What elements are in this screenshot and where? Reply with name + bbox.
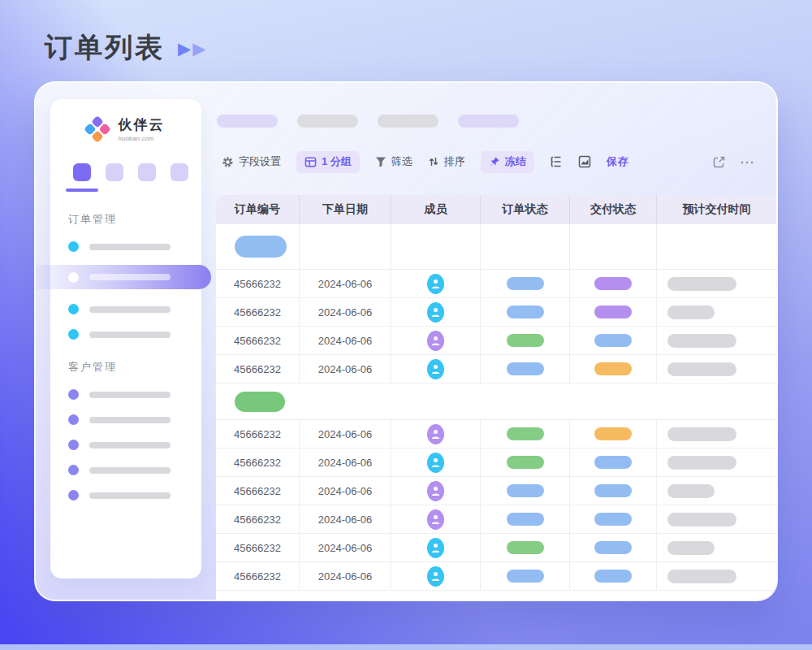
eta-cell bbox=[657, 420, 776, 448]
eta-cell bbox=[657, 448, 776, 476]
order-status-pill bbox=[507, 541, 544, 554]
toolbar-chart-button[interactable] bbox=[578, 155, 591, 168]
order-date-cell: 2024-06-06 bbox=[300, 355, 391, 383]
sidebar-item[interactable] bbox=[68, 414, 201, 425]
share-icon[interactable] bbox=[712, 155, 726, 169]
group-label-pill[interactable] bbox=[235, 236, 287, 258]
more-icon[interactable] bbox=[739, 155, 755, 169]
table-row[interactable]: 456662322024-06-06 bbox=[216, 562, 776, 591]
table-row[interactable]: 456662322024-06-06 bbox=[216, 327, 776, 355]
toolbar-save-label: 保存 bbox=[607, 154, 629, 169]
delivery-status-cell bbox=[570, 298, 657, 326]
order-status-pill bbox=[507, 484, 544, 497]
group-header-cell bbox=[570, 224, 657, 269]
eta-placeholder-pill bbox=[667, 306, 715, 319]
delivery-status-pill bbox=[594, 456, 632, 469]
toolbar-sort-button[interactable]: 排序 bbox=[428, 154, 465, 169]
view-tab-placeholder[interactable] bbox=[217, 115, 278, 128]
order-status-pill bbox=[507, 306, 544, 318]
table-row[interactable]: 456662322024-06-06 bbox=[216, 270, 776, 298]
column-header[interactable]: 下单日期 bbox=[300, 195, 391, 224]
view-tab-placeholder[interactable] bbox=[378, 115, 438, 128]
order-status-cell bbox=[481, 298, 570, 326]
column-header[interactable]: 订单状态 bbox=[481, 195, 570, 224]
view-tab-placeholder[interactable] bbox=[458, 115, 519, 128]
eta-cell bbox=[657, 534, 776, 561]
table-row[interactable]: 456662322024-06-06 bbox=[216, 448, 776, 477]
delivery-status-pill bbox=[594, 362, 632, 375]
order-status-pill bbox=[507, 277, 544, 290]
order-status-cell bbox=[481, 327, 570, 354]
order-number-cell: 45666232 bbox=[216, 298, 300, 326]
toolbar-group-button[interactable]: 1 分组 bbox=[296, 151, 360, 173]
eta-placeholder-pill bbox=[667, 334, 736, 348]
order-status-pill bbox=[507, 456, 544, 469]
table-row[interactable]: 456662322024-06-06 bbox=[216, 298, 776, 327]
sidebar-tab-active[interactable] bbox=[73, 163, 91, 181]
table-row[interactable]: 456662322024-06-06 bbox=[216, 505, 776, 534]
group-header-cell bbox=[216, 224, 300, 269]
orders-table: 订单编号下单日期成员订单状态交付状态预计交付时间 456662322024-06… bbox=[216, 195, 776, 600]
delivery-status-pill bbox=[594, 513, 632, 526]
member-avatar-icon bbox=[427, 359, 444, 379]
column-header[interactable]: 预计交付时间 bbox=[657, 195, 776, 224]
sidebar-item-active[interactable] bbox=[36, 265, 211, 289]
brand-logo-icon bbox=[84, 115, 111, 143]
delivery-status-cell bbox=[570, 477, 657, 505]
eta-cell bbox=[657, 355, 776, 383]
sidebar-item[interactable] bbox=[68, 490, 201, 500]
sidebar-tab[interactable] bbox=[138, 163, 156, 181]
sidebar-item[interactable] bbox=[68, 329, 201, 340]
eta-placeholder-pill bbox=[667, 570, 736, 583]
order-status-cell bbox=[481, 562, 570, 590]
sidebar-item[interactable] bbox=[68, 440, 201, 450]
sidebar-item[interactable] bbox=[68, 465, 201, 475]
toolbar-filter-button[interactable]: 筛选 bbox=[375, 154, 412, 169]
nav-label-placeholder bbox=[89, 244, 171, 250]
order-number-cell: 45666232 bbox=[216, 270, 300, 297]
toolbar-field-settings-button[interactable]: 字段设置 bbox=[222, 154, 281, 169]
delivery-status-pill bbox=[594, 541, 632, 554]
table-icon bbox=[304, 156, 317, 168]
sidebar-item[interactable] bbox=[68, 389, 201, 400]
column-header[interactable]: 订单编号 bbox=[216, 195, 300, 224]
nav-dot-icon bbox=[68, 414, 79, 425]
order-date-cell: 2024-06-06 bbox=[300, 505, 391, 533]
eta-placeholder-pill bbox=[667, 456, 736, 470]
toolbar-freeze-button[interactable]: 冻结 bbox=[481, 151, 534, 173]
sidebar-section-label: 客户管理 bbox=[68, 360, 201, 375]
table-row[interactable]: 456662322024-06-06 bbox=[216, 420, 776, 448]
table-row[interactable]: 456662322024-06-06 bbox=[216, 355, 776, 384]
toolbar-freeze-label: 冻结 bbox=[505, 154, 526, 169]
delivery-status-pill bbox=[594, 427, 632, 440]
nav-label-placeholder bbox=[89, 332, 171, 338]
bottom-bar bbox=[0, 644, 812, 650]
sidebar-item[interactable] bbox=[68, 241, 201, 252]
column-header[interactable]: 成员 bbox=[391, 195, 481, 224]
sidebar-item[interactable] bbox=[68, 304, 201, 314]
order-status-cell bbox=[481, 477, 570, 505]
order-number-cell: 45666232 bbox=[216, 327, 300, 354]
delivery-status-pill bbox=[594, 484, 632, 497]
delivery-status-cell bbox=[570, 505, 657, 533]
order-status-pill bbox=[507, 513, 544, 526]
column-header[interactable]: 交付状态 bbox=[570, 195, 657, 224]
nav-label-placeholder bbox=[89, 492, 171, 499]
nav-dot-icon bbox=[68, 304, 79, 314]
nav-dot-icon bbox=[68, 241, 79, 252]
delivery-status-pill bbox=[594, 306, 632, 318]
sidebar-tab[interactable] bbox=[171, 163, 188, 181]
table-row[interactable]: 456662322024-06-06 bbox=[216, 534, 776, 562]
member-avatar-icon bbox=[427, 509, 444, 530]
toolbar-structure-button[interactable] bbox=[550, 155, 563, 168]
order-status-cell bbox=[481, 420, 570, 448]
view-tab-placeholder[interactable] bbox=[297, 115, 358, 128]
order-status-pill bbox=[507, 334, 544, 347]
member-avatar-icon bbox=[427, 453, 444, 473]
group-label-pill[interactable] bbox=[235, 392, 285, 412]
member-avatar-icon bbox=[427, 331, 444, 351]
nav-dot-icon bbox=[68, 272, 79, 283]
sidebar-tab[interactable] bbox=[106, 163, 123, 181]
toolbar-save-button[interactable]: 保存 bbox=[607, 154, 629, 169]
table-row[interactable]: 456662322024-06-06 bbox=[216, 477, 776, 505]
